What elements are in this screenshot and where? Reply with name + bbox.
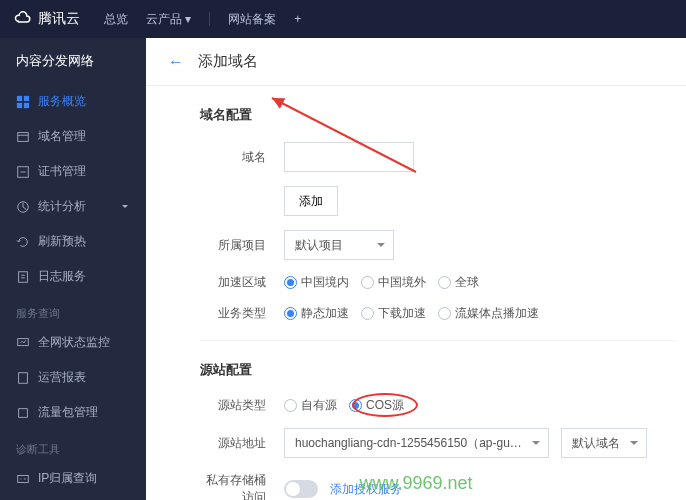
content-header: ← 添加域名 — [146, 38, 686, 86]
nav-overview[interactable]: 总览 — [104, 11, 128, 28]
sidebar-item-domain[interactable]: 域名管理 — [0, 119, 146, 154]
sidebar-group-query: 服务查询 — [0, 294, 146, 325]
brand-logo[interactable]: 腾讯云 — [14, 10, 80, 28]
separator — [200, 340, 676, 341]
sidebar-item-label: 流量包管理 — [38, 404, 98, 421]
section-domain-config: 域名配置 — [200, 106, 676, 124]
label-origin-type: 源站类型 — [200, 397, 266, 414]
sidebar-item-label: 全网状态监控 — [38, 334, 110, 351]
nav-beian[interactable]: 网站备案 — [228, 11, 276, 28]
svg-rect-0 — [17, 95, 22, 100]
label-biz: 业务类型 — [200, 305, 266, 322]
sidebar-item-cert[interactable]: 证书管理 — [0, 154, 146, 189]
sidebar-item-label: 统计分析 — [38, 198, 86, 215]
topbar: 腾讯云 总览 云产品 ▾ 网站备案 + — [0, 0, 686, 38]
sidebar-item-label: 刷新预热 — [38, 233, 86, 250]
domain-input[interactable] — [284, 142, 414, 172]
radio-biz-download[interactable]: 下载加速 — [361, 305, 426, 322]
sidebar-group-diag: 诊断工具 — [0, 430, 146, 461]
sidebar-item-label: 域名管理 — [38, 128, 86, 145]
svg-rect-3 — [24, 102, 29, 107]
chevron-down-icon — [120, 202, 130, 212]
add-button[interactable]: 添加 — [284, 186, 338, 216]
sidebar: 内容分发网络 服务概览 域名管理 证书管理 统计分析 刷新预热 日志服务 服务查… — [0, 38, 146, 500]
nav-divider — [209, 12, 210, 26]
content: ← 添加域名 域名配置 域名 添加 所属项目 默认项目 加速区域 中国境内 中国… — [146, 38, 686, 500]
origin-addr-select[interactable]: huochangliang-cdn-1255456150（ap-gu… — [284, 428, 549, 458]
sidebar-item-log[interactable]: 日志服务 — [0, 259, 146, 294]
label-project: 所属项目 — [200, 237, 266, 254]
auth-link[interactable]: 添加授权服务 — [330, 481, 402, 498]
label-region: 加速区域 — [200, 274, 266, 291]
radio-biz-vod[interactable]: 流媒体点播加速 — [438, 305, 539, 322]
sidebar-item-label: 运营报表 — [38, 369, 86, 386]
sidebar-title: 内容分发网络 — [0, 38, 146, 84]
top-nav: 总览 云产品 ▾ 网站备案 + — [104, 11, 301, 28]
label-domain: 域名 — [200, 149, 266, 166]
sidebar-item-ip[interactable]: IP归属查询 — [0, 461, 146, 496]
svg-rect-10 — [18, 475, 29, 482]
sidebar-item-stats[interactable]: 统计分析 — [0, 189, 146, 224]
radio-origin-self[interactable]: 自有源 — [284, 397, 337, 414]
svg-rect-9 — [19, 372, 28, 383]
svg-rect-4 — [18, 132, 29, 141]
svg-rect-1 — [24, 95, 29, 100]
radio-region-overseas[interactable]: 中国境外 — [361, 274, 426, 291]
sidebar-item-label: 日志服务 — [38, 268, 86, 285]
sidebar-item-label: 证书管理 — [38, 163, 86, 180]
radio-region-cn[interactable]: 中国境内 — [284, 274, 349, 291]
radio-region-global[interactable]: 全球 — [438, 274, 479, 291]
sidebar-item-label: IP归属查询 — [38, 470, 97, 487]
sidebar-item-traffic[interactable]: 流量包管理 — [0, 395, 146, 430]
private-toggle[interactable] — [284, 480, 318, 498]
radio-origin-cos[interactable]: COS源 — [349, 397, 404, 414]
svg-rect-2 — [17, 102, 22, 107]
sidebar-item-selfdiag[interactable]: 自助诊断工具 — [0, 496, 146, 500]
sidebar-item-monitor[interactable]: 全网状态监控 — [0, 325, 146, 360]
section-origin-config: 源站配置 — [200, 361, 676, 379]
label-origin-addr: 源站地址 — [200, 435, 266, 452]
sidebar-item-report[interactable]: 运营报表 — [0, 360, 146, 395]
sidebar-item-refresh[interactable]: 刷新预热 — [0, 224, 146, 259]
project-select[interactable]: 默认项目 — [284, 230, 394, 260]
sidebar-item-overview[interactable]: 服务概览 — [0, 84, 146, 119]
nav-products[interactable]: 云产品 ▾ — [146, 11, 191, 28]
page-title: 添加域名 — [198, 52, 258, 71]
sidebar-item-label: 服务概览 — [38, 93, 86, 110]
back-button[interactable]: ← — [168, 53, 184, 71]
svg-rect-7 — [19, 271, 28, 282]
label-private: 私有存储桶访问 — [200, 472, 266, 500]
radio-biz-static[interactable]: 静态加速 — [284, 305, 349, 322]
origin-mode-select[interactable]: 默认域名 — [561, 428, 647, 458]
nav-plus[interactable]: + — [294, 12, 301, 26]
